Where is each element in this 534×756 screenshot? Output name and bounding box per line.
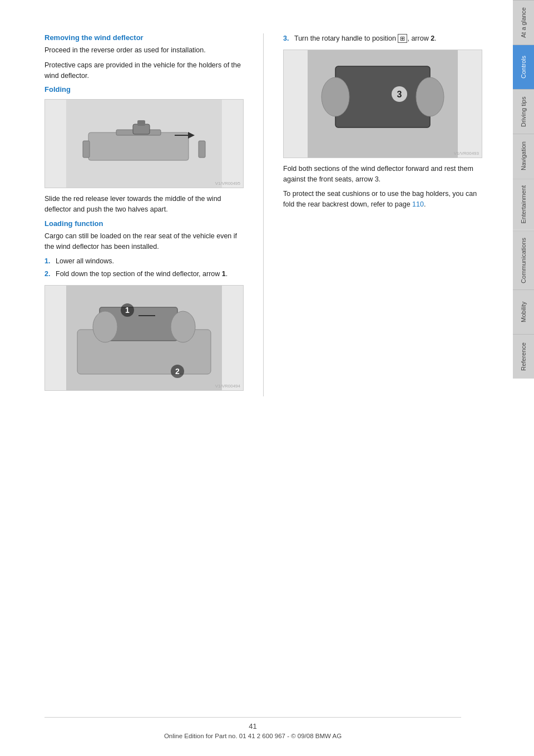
step3-list: 3. Turn the rotary handle to position ⊞,…: [283, 33, 482, 44]
folding-image: V1/VR00495: [44, 99, 244, 188]
svg-point-11: [93, 311, 117, 342]
sidebar-tab-controls[interactable]: Controls: [513, 45, 534, 89]
step3-container: 3. Turn the rotary handle to position ⊞,…: [283, 33, 482, 44]
svg-text:2: 2: [175, 367, 180, 376]
sidebar: At a glance Controls Driving tips Naviga…: [513, 0, 534, 756]
svg-text:3: 3: [397, 90, 402, 99]
svg-text:1: 1: [125, 306, 130, 315]
svg-point-20: [322, 77, 349, 116]
page-footer: 41 Online Edition for Part no. 01 41 2 6…: [44, 717, 461, 739]
folding-image-watermark: V1/VR00495: [215, 181, 240, 186]
folding-heading: Folding: [44, 85, 244, 94]
right-para2: To protect the seat cushions or to use t…: [283, 189, 482, 210]
two-col-layout: Removing the wind deflector Proceed in t…: [44, 33, 482, 396]
svg-point-21: [416, 77, 444, 116]
svg-rect-1: [88, 132, 189, 160]
loading-step-1: 1. Lower all windows.: [44, 256, 244, 267]
step3-item: 3. Turn the rotary handle to position ⊞,…: [283, 33, 482, 44]
sidebar-tab-at-a-glance[interactable]: At a glance: [513, 0, 534, 45]
loading-heading: Loading function: [44, 219, 244, 228]
sidebar-tab-mobility[interactable]: Mobility: [513, 289, 534, 334]
sidebar-tab-entertainment[interactable]: Entertainment: [513, 178, 534, 230]
loading-intro: Cargo can still be loaded on the rear se…: [44, 231, 244, 252]
svg-point-12: [171, 311, 195, 342]
sidebar-tab-communications[interactable]: Communications: [513, 230, 534, 290]
removing-heading: Removing the wind deflector: [44, 33, 244, 42]
right-para1: Fold both sections of the wind deflector…: [283, 164, 482, 185]
step3-text: Turn the rotary handle to position ⊞, ar…: [294, 33, 437, 44]
svg-rect-4: [137, 120, 145, 126]
main-content: Removing the wind deflector Proceed in t…: [0, 0, 513, 756]
removing-para2: Protective caps are provided in the vehi…: [44, 60, 244, 81]
page-container: Removing the wind deflector Proceed in t…: [0, 0, 534, 756]
footer-text: Online Edition for Part no. 01 41 2 600 …: [164, 733, 342, 739]
removing-para1: Proceed in the reverse order as used for…: [44, 45, 244, 56]
sidebar-tab-driving-tips[interactable]: Driving tips: [513, 89, 534, 134]
loading-steps: 1. Lower all windows. 2. Fold down the t…: [44, 256, 244, 279]
deflector-image: 3 V1/VR00493: [283, 50, 482, 158]
page-link-110[interactable]: 110: [412, 200, 424, 208]
step1-num: 1.: [44, 256, 52, 267]
step2-num: 2.: [44, 269, 52, 279]
sidebar-tab-reference[interactable]: Reference: [513, 334, 534, 379]
step1-text: Lower all windows.: [56, 256, 114, 267]
right-column: 3. Turn the rotary handle to position ⊞,…: [283, 33, 482, 396]
footer-wrap: 41 Online Edition for Part no. 01 41 2 6…: [164, 722, 342, 739]
rotary-icon: ⊞: [398, 34, 407, 43]
loading-step-2: 2. Fold down the top section of the wind…: [44, 269, 244, 279]
left-column: Removing the wind deflector Proceed in t…: [44, 33, 244, 396]
svg-rect-7: [199, 141, 205, 158]
svg-rect-6: [83, 141, 90, 158]
step3-num: 3.: [283, 33, 291, 44]
loading-image: 1 2 V1/VR00494: [44, 285, 244, 391]
loading-image-watermark: V1/VR00494: [215, 384, 240, 389]
step2-text: Fold down the top section of the wind de…: [56, 269, 228, 279]
deflector-image-watermark: V1/VR00493: [454, 151, 479, 156]
page-number: 41: [164, 722, 342, 730]
folding-caption: Slide the red release lever towards the …: [44, 194, 244, 215]
column-divider: [263, 33, 264, 396]
sidebar-tab-navigation[interactable]: Navigation: [513, 134, 534, 178]
